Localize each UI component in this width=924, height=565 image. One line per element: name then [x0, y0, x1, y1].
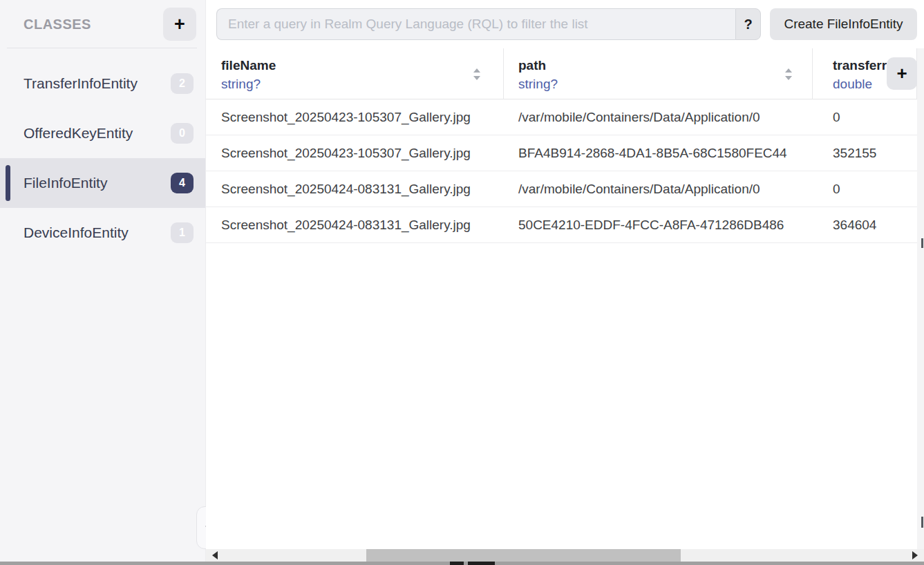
create-fileinfoentity-button[interactable]: Create FileInfoEntity: [770, 8, 917, 40]
table-body: Screenshot_20250423-105307_Gallery.jpg /…: [206, 99, 917, 243]
query-group: ?: [216, 8, 761, 40]
cell-filename: Screenshot_20250423-105307_Gallery.jpg: [221, 99, 498, 135]
scroll-right-arrow-icon[interactable]: [912, 551, 918, 559]
count-badge: 0: [171, 123, 194, 144]
background-window-artifact: [468, 562, 495, 565]
class-label: FileInfoEntity: [23, 175, 107, 191]
horizontal-scrollbar[interactable]: [206, 549, 924, 562]
table-row[interactable]: Screenshot_20250424-083131_Gallery.jpg 5…: [206, 207, 917, 243]
rql-query-input[interactable]: [216, 8, 735, 40]
column-name: fileName: [221, 58, 276, 73]
table-header-row: fileName string? path string? transferre…: [206, 48, 917, 99]
sort-icon[interactable]: [472, 67, 482, 84]
column-type: string?: [221, 77, 261, 92]
table-row[interactable]: Screenshot_20250423-105307_Gallery.jpg B…: [206, 135, 917, 171]
table-row[interactable]: Screenshot_20250423-105307_Gallery.jpg /…: [206, 99, 917, 135]
cell-path: BFA4B914-2868-4DA1-8B5A-68C1580FEC44: [518, 135, 811, 171]
query-help-button[interactable]: ?: [735, 8, 761, 40]
sidebar-item-transferinfoentity[interactable]: TransferInfoEntity 2: [0, 59, 205, 108]
column-type: double: [833, 77, 872, 92]
sidebar-item-offeredkeyentity[interactable]: OfferedKeyEntity 0: [0, 108, 205, 158]
cell-path: /var/mobile/Containers/Data/Application/…: [518, 171, 811, 207]
toolbar: ? Create FileInfoEntity: [206, 0, 924, 48]
class-list: TransferInfoEntity 2 OfferedKeyEntity 0 …: [0, 59, 205, 258]
objects-table: fileName string? path string? transferre…: [206, 48, 917, 550]
add-class-button[interactable]: +: [163, 8, 196, 41]
active-indicator-bar: [6, 165, 10, 201]
cell-path: 50CE4210-EDDF-4FCC-A8FA-471286DB486: [518, 207, 811, 243]
sort-icon[interactable]: [784, 67, 793, 84]
right-edge-band: [917, 48, 924, 562]
count-badge: 1: [171, 222, 194, 243]
class-label: DeviceInfoEntity: [23, 224, 129, 241]
class-label: TransferInfoEntity: [23, 75, 138, 92]
scrollbar-thumb[interactable]: [366, 549, 681, 562]
classes-sidebar: CLASSES + TransferInfoEntity 2 OfferedKe…: [0, 0, 206, 565]
column-type: string?: [518, 77, 558, 92]
cell-transferredsize: 364604: [833, 207, 912, 243]
sidebar-item-fileinfoentity[interactable]: FileInfoEntity 4: [0, 158, 205, 208]
cell-filename: Screenshot_20250424-083131_Gallery.jpg: [221, 207, 498, 243]
edge-artifact: [921, 517, 923, 528]
scroll-left-arrow-icon[interactable]: [212, 551, 218, 559]
cell-transferredsize: 0: [833, 99, 912, 135]
sidebar-header: CLASSES +: [0, 0, 205, 48]
cell-path: /var/mobile/Containers/Data/Application/…: [518, 99, 811, 135]
table-row[interactable]: Screenshot_20250424-083131_Gallery.jpg /…: [206, 171, 917, 207]
background-window-artifact: [450, 562, 464, 565]
cell-filename: Screenshot_20250423-105307_Gallery.jpg: [221, 135, 498, 171]
sidebar-divider: [7, 48, 197, 48]
column-name: path: [518, 58, 546, 73]
class-label: OfferedKeyEntity: [23, 125, 133, 142]
cell-transferredsize: 0: [833, 171, 912, 207]
sidebar-item-deviceinfoentity[interactable]: DeviceInfoEntity 1: [0, 208, 205, 258]
add-property-button[interactable]: +: [887, 57, 917, 90]
edge-artifact: [921, 238, 923, 248]
column-header-path[interactable]: path string?: [503, 48, 812, 99]
classes-title: CLASSES: [23, 17, 91, 32]
cell-transferredsize: 352155: [833, 135, 912, 171]
count-badge: 4: [171, 173, 194, 193]
column-header-filename[interactable]: fileName string?: [206, 48, 503, 99]
realm-studio-window: CLASSES + TransferInfoEntity 2 OfferedKe…: [0, 0, 924, 565]
count-badge: 2: [171, 73, 194, 94]
cell-filename: Screenshot_20250424-083131_Gallery.jpg: [221, 171, 498, 207]
